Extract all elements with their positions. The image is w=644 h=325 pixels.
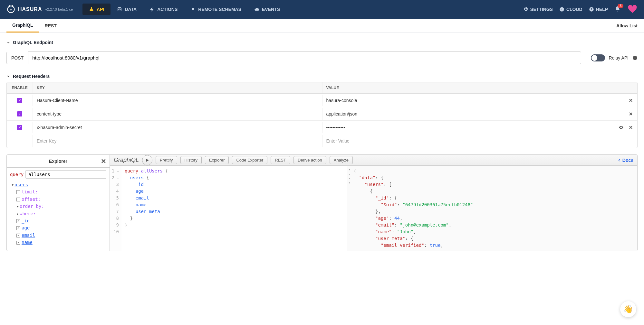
logo[interactable]: HASURA (6, 5, 42, 14)
tree-field-age[interactable]: age (22, 225, 30, 230)
query-editor[interactable]: 1 ▾2 ▾345678910 query allUsers { users {… (110, 166, 347, 251)
caret-icon[interactable]: ▾ (11, 181, 14, 188)
eye-icon[interactable] (619, 125, 624, 130)
query-code[interactable]: query allUsers { users { _id age email n… (121, 166, 171, 251)
nav-tab-label: DATA (125, 7, 137, 12)
tree-arg-limit[interactable]: limit: (22, 189, 38, 194)
endpoint-url-input[interactable] (28, 51, 581, 64)
nav-tab-data[interactable]: DATA (111, 1, 143, 18)
derive-action-button[interactable]: Derive action (293, 156, 326, 164)
cloud-icon (254, 7, 259, 12)
tree-field-email[interactable]: email (22, 233, 35, 238)
subnav-rest[interactable]: REST (39, 19, 62, 32)
info-icon: i (559, 7, 564, 12)
chevron-left-icon (617, 158, 621, 162)
enable-checkbox[interactable]: ✓ (17, 111, 22, 116)
enable-checkbox[interactable]: ✓ (17, 125, 22, 130)
header-value[interactable]: •••••••••••• (322, 122, 612, 133)
nav-tab-label: EVENTS (262, 7, 280, 12)
nav-tab-api[interactable]: API (82, 4, 111, 15)
table-row-new (7, 134, 637, 148)
arg-checkbox[interactable] (16, 190, 20, 194)
prettify-button[interactable]: Prettify (156, 156, 177, 164)
enable-checkbox[interactable]: ✓ (17, 98, 22, 103)
explorer-title: Explorer (49, 159, 67, 164)
header-value[interactable]: application/json (322, 108, 612, 120)
subnav-graphiql[interactable]: GraphiQL (6, 19, 39, 32)
close-icon[interactable] (628, 98, 633, 103)
field-checkbox[interactable] (16, 241, 20, 245)
explorer-button[interactable]: Explorer (205, 156, 229, 164)
endpoint-row: POST Relay API i (6, 51, 638, 64)
table-row: ✓ content-type application/json (7, 107, 637, 121)
table-head: ENABLE KEY VALUE (7, 82, 637, 94)
nav-cloud[interactable]: i CLOUD (559, 7, 582, 12)
header-key[interactable]: content-type (33, 108, 322, 120)
field-checkbox[interactable] (16, 226, 20, 230)
notifications-bell[interactable]: 5 (614, 6, 621, 13)
tree-field-id[interactable]: _id (22, 218, 30, 223)
execute-button[interactable] (142, 155, 152, 165)
nav-tab-actions[interactable]: ACTIONS (143, 1, 184, 18)
field-checkbox[interactable] (16, 219, 20, 223)
explorer-close-button[interactable]: ✕ (101, 157, 106, 165)
graphiql-toolbar: GraphiQL Prettify History Explorer Code … (110, 155, 637, 166)
top-nav: HASURA v2.27.0-beta.1-ce API DATA ACTION… (0, 0, 644, 19)
nav-tab-label: ACTIONS (157, 7, 178, 12)
explorer-header: Explorer ✕ (7, 155, 110, 168)
allow-list-link[interactable]: Allow List (616, 23, 638, 28)
rest-button[interactable]: REST (271, 156, 290, 164)
caret-icon[interactable]: ▸ (16, 210, 20, 217)
new-value-input[interactable] (326, 138, 608, 144)
query-name-input[interactable] (25, 170, 106, 179)
bolt-icon (149, 7, 155, 12)
section-title: Request Headers (13, 74, 50, 79)
section-graphql-endpoint[interactable]: GraphQL Endpoint (6, 37, 638, 48)
close-icon[interactable] (628, 111, 633, 116)
graphiql-title: GraphiQL (114, 157, 139, 163)
tree-arg-orderby[interactable]: order_by: (20, 204, 44, 209)
section-request-headers[interactable]: Request Headers (6, 70, 638, 82)
nav-item-label: SETTINGS (530, 7, 553, 12)
result-pane[interactable]: ▾▾▾▾{ "data": { "users": [ { "_id": { "$… (347, 166, 637, 251)
nav-tab-events[interactable]: EVENTS (248, 1, 286, 18)
query-keyword: query (10, 172, 24, 177)
header-key[interactable]: Hasura-Client-Name (33, 95, 322, 106)
arg-checkbox[interactable] (16, 198, 20, 201)
caret-icon[interactable]: ▸ (16, 203, 20, 210)
nav-item-label: HELP (596, 7, 608, 12)
tree-root-users[interactable]: users (14, 182, 28, 187)
sub-nav: GraphiQL REST Allow List (0, 19, 644, 33)
history-button[interactable]: History (180, 156, 202, 164)
field-checkbox[interactable] (16, 234, 20, 237)
chevron-down-icon (6, 74, 10, 78)
svg-text:i: i (562, 8, 562, 11)
brand-name: HASURA (18, 6, 42, 12)
svg-point-1 (118, 7, 121, 8)
nav-tab-remote-schemas[interactable]: REMOTE SCHEMAS (184, 1, 248, 18)
notification-badge: 5 (618, 4, 623, 8)
relay-toggle[interactable] (591, 54, 605, 61)
close-icon[interactable] (628, 125, 633, 130)
analyze-button[interactable]: Analyze (330, 156, 353, 164)
heart-icon (627, 4, 638, 14)
svg-text:i: i (635, 56, 636, 60)
nav-help[interactable]: ? HELP (589, 7, 608, 12)
info-icon[interactable]: i (632, 55, 638, 60)
plug-icon (190, 7, 196, 12)
graphiql-container: Explorer ✕ query ▾users limit: offset: ▸… (6, 154, 638, 251)
header-value[interactable]: hasura-console (322, 95, 612, 106)
new-key-input[interactable] (37, 138, 318, 144)
nav-settings[interactable]: SETTINGS (523, 7, 553, 12)
tree-arg-offset[interactable]: offset: (22, 197, 41, 202)
love-button[interactable] (627, 4, 638, 15)
docs-button[interactable]: Docs (617, 158, 633, 163)
header-key[interactable]: x-hasura-admin-secret (33, 122, 322, 133)
tree-arg-where[interactable]: where: (20, 211, 36, 216)
table-row: ✓ x-hasura-admin-secret •••••••••••• (7, 121, 637, 134)
flask-icon (89, 7, 94, 12)
col-value-header: VALUE (322, 82, 612, 93)
code-exporter-button[interactable]: Code Exporter (232, 156, 267, 164)
explorer-panel: Explorer ✕ query ▾users limit: offset: ▸… (7, 155, 110, 251)
tree-field-name[interactable]: name (22, 240, 33, 245)
